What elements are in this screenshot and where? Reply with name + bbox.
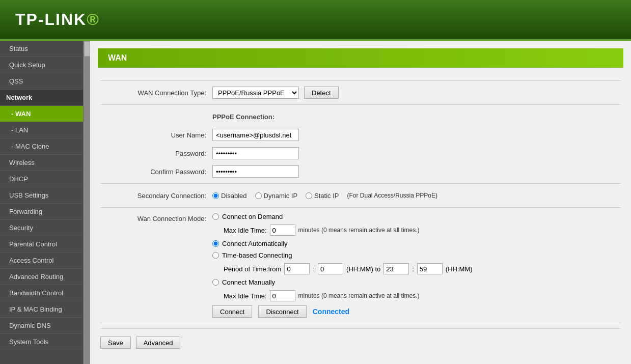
top-divider (100, 80, 621, 81)
time-colon2: : (412, 265, 414, 273)
username-controls (212, 129, 621, 141)
sidebar-item-wan[interactable]: - WAN (0, 106, 83, 122)
sidebar-item-security[interactable]: Security (0, 220, 83, 236)
wan-connection-mode-row: Wan Connection Mode: Connect on Demand M… (100, 213, 621, 318)
secondary-connection-radio-group: Disabled Dynamic IP Static IP (For Dual … (212, 192, 437, 200)
pppoe-connection-value: PPPoE Connection: (212, 113, 621, 121)
sidebar-item-bandwidth-control[interactable]: Bandwidth Control (0, 285, 83, 301)
sidebar-item-access-control[interactable]: Access Control (0, 253, 83, 269)
max-idle-time-row2: Max Idle Time: minutes (0 means remain a… (212, 290, 473, 301)
secondary-static-ip-option[interactable]: Static IP (306, 192, 339, 200)
sidebar-item-network[interactable]: Network (0, 90, 83, 106)
secondary-connection-note: (For Dual Access/Russia PPPoE) (347, 192, 437, 199)
connect-automatically-radio[interactable] (212, 240, 219, 247)
sidebar-item-qss[interactable]: QSS (0, 73, 83, 90)
secondary-disabled-option[interactable]: Disabled (212, 192, 247, 200)
sidebar-item-forwarding[interactable]: Forwarding (0, 204, 83, 220)
pppoe-connection-row: PPPoE Connection: (100, 110, 621, 123)
time-to-hour-input[interactable] (383, 263, 409, 274)
connect-button[interactable]: Connect (212, 305, 252, 318)
username-row: User Name: (100, 128, 621, 142)
sidebar-item-parental-control[interactable]: Parental Control (0, 236, 83, 253)
bottom-buttons: Save Advanced (100, 328, 621, 351)
sidebar-scrollbar[interactable] (83, 41, 90, 364)
page-title: WAN (98, 48, 623, 68)
time-based-connecting-row: Time-based Connecting (212, 251, 473, 259)
connect-manually-label: Connect Manually (222, 278, 275, 286)
advanced-button[interactable]: Advanced (136, 337, 181, 349)
connection-mode-section: Connect on Demand Max Idle Time: minutes… (212, 213, 473, 318)
wan-connection-mode-label: Wan Connection Mode: (100, 213, 212, 222)
time-based-connecting-label: Time-based Connecting (222, 251, 292, 259)
save-button[interactable]: Save (100, 337, 131, 349)
password-input[interactable] (212, 147, 299, 159)
max-idle-time-label1: Max Idle Time: (224, 227, 267, 234)
pppoe-connection-text: PPPoE Connection: (212, 113, 275, 121)
time-from-min-input[interactable] (318, 263, 343, 274)
secondary-static-ip-radio[interactable] (306, 192, 312, 199)
wan-connection-type-select[interactable]: PPPoE/Russia PPPoE Dynamic IP Static IP … (212, 87, 299, 99)
sidebar-item-quick-setup[interactable]: Quick Setup (0, 57, 83, 73)
secondary-connection-row: Secondary Connection: Disabled Dynamic I… (100, 189, 621, 202)
connect-automatically-row: Connect Automatically (212, 240, 473, 247)
mid-divider3 (100, 207, 621, 208)
secondary-dynamic-ip-option[interactable]: Dynamic IP (255, 192, 297, 200)
secondary-static-ip-label: Static IP (314, 192, 339, 200)
password-controls (212, 147, 621, 159)
sidebar-item-mac-clone[interactable]: - MAC Clone (0, 138, 83, 155)
sidebar-item-advanced-routing[interactable]: Advanced Routing (0, 269, 83, 285)
detect-button[interactable]: Detect (304, 87, 339, 99)
sidebar-item-lan[interactable]: - LAN (0, 122, 83, 138)
secondary-disabled-radio[interactable] (212, 192, 219, 199)
connect-on-demand-radio[interactable] (212, 213, 219, 220)
wan-connection-type-row: WAN Connection Type: PPPoE/Russia PPPoE … (100, 86, 621, 99)
sidebar-item-system-tools[interactable]: System Tools (0, 334, 83, 350)
sidebar-item-usb-settings[interactable]: USB Settings (0, 187, 83, 204)
username-label: User Name: (100, 131, 212, 139)
max-idle-time-input1[interactable] (270, 225, 295, 236)
wan-connection-type-label: WAN Connection Type: (100, 89, 212, 97)
connected-status: Connected (313, 307, 349, 316)
content-inner: WAN Connection Type: PPPoE/Russia PPPoE … (90, 70, 631, 361)
sidebar-item-dynamic-dns[interactable]: Dynamic DNS (0, 318, 83, 334)
main-layout: Status Quick Setup QSS Network - WAN - L… (0, 41, 631, 364)
time-based-connecting-radio[interactable] (212, 252, 219, 259)
wan-connection-mode-controls: Connect on Demand Max Idle Time: minutes… (212, 213, 621, 318)
connect-automatically-label: Connect Automatically (222, 240, 288, 247)
sidebar-wrapper: Status Quick Setup QSS Network - WAN - L… (0, 41, 90, 364)
max-idle-time-row1: Max Idle Time: minutes (0 means remain a… (212, 225, 473, 236)
sidebar-item-status[interactable]: Status (0, 41, 83, 57)
time-to-min-input[interactable] (417, 263, 443, 274)
username-input[interactable] (212, 129, 299, 141)
time-from-hour-input[interactable] (284, 263, 310, 274)
time-period-row: Period of Time:from : (HH:MM) to : (HH:M… (212, 263, 473, 274)
bottom-divider (100, 323, 621, 323)
hhmm-label1: (HH:MM) to (346, 265, 380, 273)
confirm-password-input[interactable] (212, 165, 299, 178)
secondary-disabled-label: Disabled (221, 192, 247, 200)
sidebar-item-wireless[interactable]: Wireless (0, 155, 83, 171)
disconnect-button[interactable]: Disconnect (258, 305, 306, 318)
wan-connection-type-controls: PPPoE/Russia PPPoE Dynamic IP Static IP … (212, 87, 621, 99)
sidebar-item-ip-mac-binding[interactable]: IP & MAC Binding (0, 301, 83, 318)
max-idle-note1: minutes (0 means remain active at all ti… (298, 227, 420, 234)
confirm-password-controls (212, 165, 621, 178)
connect-on-demand-label: Connect on Demand (222, 213, 283, 220)
hhmm-label2: (HH:MM) (446, 265, 473, 273)
max-idle-time-input2[interactable] (270, 290, 295, 301)
sidebar: Status Quick Setup QSS Network - WAN - L… (0, 41, 83, 350)
header: TP-LINK® (0, 0, 631, 41)
sidebar-item-dhcp[interactable]: DHCP (0, 171, 83, 187)
secondary-dynamic-ip-label: Dynamic IP (264, 192, 297, 200)
secondary-connection-controls: Disabled Dynamic IP Static IP (For Dual … (212, 192, 621, 200)
confirm-password-row: Confirm Password: (100, 165, 621, 178)
secondary-dynamic-ip-radio[interactable] (255, 192, 262, 199)
scrollbar-thumb[interactable] (84, 41, 90, 57)
mid-divider1 (100, 104, 621, 105)
connect-manually-radio[interactable] (212, 279, 219, 286)
max-idle-note2: minutes (0 means remain active at all ti… (298, 292, 420, 299)
secondary-connection-label: Secondary Connection: (100, 192, 212, 200)
confirm-password-label: Confirm Password: (100, 168, 212, 176)
time-colon1: : (313, 265, 315, 273)
connect-on-demand-row: Connect on Demand (212, 213, 473, 220)
